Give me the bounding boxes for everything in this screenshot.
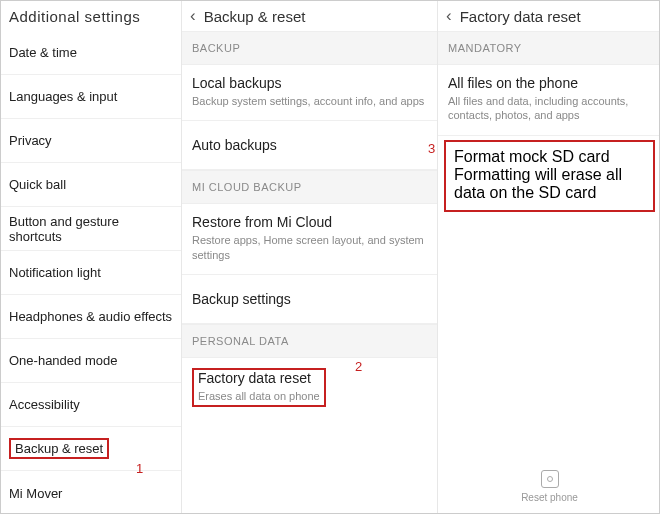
highlight-factory-reset: Factory data reset Erases all data on ph… <box>192 368 326 407</box>
row-button-gesture[interactable]: Button and gesture shortcuts <box>1 207 181 251</box>
row-date-time[interactable]: Date & time <box>1 31 181 75</box>
header-factory-reset: ‹ Factory data reset <box>438 1 660 31</box>
item-factory-reset[interactable]: Factory data reset Erases all data on ph… <box>182 358 437 419</box>
row-headphones-audio[interactable]: Headphones & audio effects <box>1 295 181 339</box>
header-backup-reset: ‹ Backup & reset <box>182 1 437 31</box>
item-title: Format mock SD card <box>454 148 645 166</box>
callout-1: 1 <box>136 461 143 476</box>
section-mandatory: MANDATORY <box>438 31 660 65</box>
callout-3: 3 <box>428 141 435 156</box>
item-auto-backups[interactable]: Auto backups <box>182 121 437 170</box>
row-quick-ball[interactable]: Quick ball <box>1 163 181 207</box>
page-title: Additional settings <box>1 1 181 31</box>
item-title: All files on the phone <box>448 75 651 91</box>
page-title: Backup & reset <box>204 8 306 25</box>
item-format-sd[interactable]: Format mock SD card Formatting will eras… <box>444 140 655 212</box>
camera-icon <box>541 470 559 488</box>
reset-phone-button[interactable]: Reset phone <box>438 470 660 503</box>
reset-phone-label: Reset phone <box>521 492 578 503</box>
panel-factory-reset: ‹ Factory data reset MANDATORY All files… <box>438 1 660 514</box>
item-subtitle: Restore apps, Home screen layout, and sy… <box>192 233 427 262</box>
row-privacy[interactable]: Privacy <box>1 119 181 163</box>
item-subtitle: Backup system settings, account info, an… <box>192 94 427 108</box>
item-title: Auto backups <box>192 137 427 153</box>
row-languages-input[interactable]: Languages & input <box>1 75 181 119</box>
row-notification-light[interactable]: Notification light <box>1 251 181 295</box>
item-title: Backup settings <box>192 291 427 307</box>
back-icon[interactable]: ‹ <box>190 6 196 26</box>
item-restore-micloud[interactable]: Restore from Mi Cloud Restore apps, Home… <box>182 204 437 275</box>
highlight-backup-reset: Backup & reset <box>9 438 109 459</box>
item-all-files[interactable]: All files on the phone All files and dat… <box>438 65 660 136</box>
panel-backup-reset: ‹ Backup & reset BACKUP Local backups Ba… <box>182 1 438 514</box>
page-title: Factory data reset <box>460 8 581 25</box>
item-title: Restore from Mi Cloud <box>192 214 427 230</box>
item-subtitle: Formatting will erase all data on the SD… <box>454 166 645 202</box>
row-backup-reset[interactable]: Backup & reset <box>1 427 181 471</box>
row-one-handed[interactable]: One-handed mode <box>1 339 181 383</box>
callout-2: 2 <box>355 359 362 374</box>
section-mi-cloud-backup: MI CLOUD BACKUP <box>182 170 437 204</box>
item-subtitle: Erases all data on phone <box>198 389 320 403</box>
panel-additional-settings: Additional settings Date & time Language… <box>1 1 182 514</box>
item-subtitle: All files and data, including accounts, … <box>448 94 651 123</box>
item-backup-settings[interactable]: Backup settings <box>182 275 437 324</box>
item-title: Factory data reset <box>198 370 320 386</box>
section-personal-data: PERSONAL DATA <box>182 324 437 358</box>
item-title: Local backups <box>192 75 427 91</box>
row-mi-mover[interactable]: Mi Mover <box>1 471 181 514</box>
item-local-backups[interactable]: Local backups Backup system settings, ac… <box>182 65 437 121</box>
back-icon[interactable]: ‹ <box>446 6 452 26</box>
section-backup: BACKUP <box>182 31 437 65</box>
row-accessibility[interactable]: Accessibility <box>1 383 181 427</box>
